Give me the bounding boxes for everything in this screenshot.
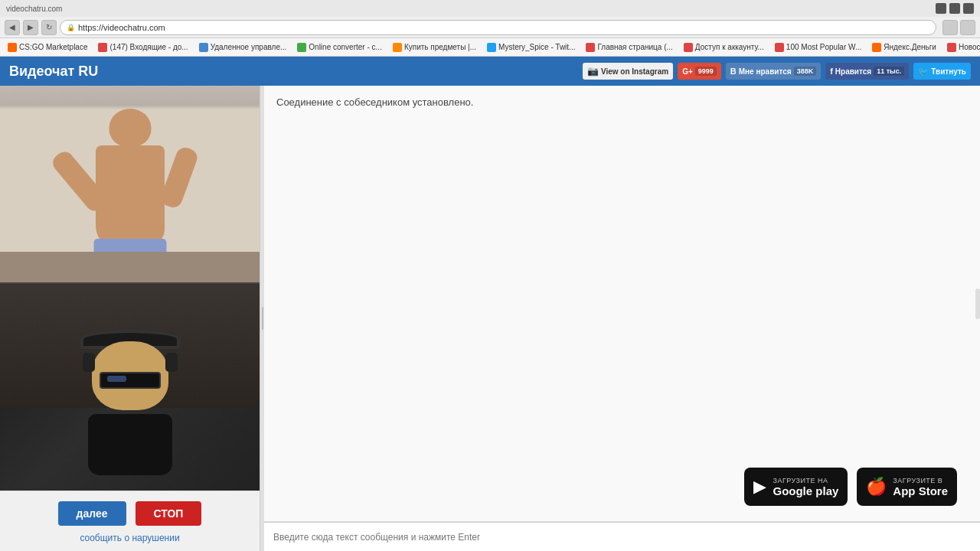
bookmark-news[interactable]: Новости - VSP xyxy=(942,41,980,54)
bookmark-icon xyxy=(297,43,306,52)
google-play-badge[interactable]: ▶ Загрузите на Google play xyxy=(744,468,848,506)
app-badges: ▶ Загрузите на Google play 🍎 Загрузите в… xyxy=(744,468,957,506)
next-button[interactable]: далее xyxy=(58,501,126,526)
vk-btn[interactable]: В Мне нравится 388K xyxy=(726,63,821,80)
bookmark-icon xyxy=(393,43,402,52)
bookmark-icon xyxy=(872,43,881,52)
bookmark-popular[interactable]: 100 Most Popular W... xyxy=(770,41,866,54)
self-head xyxy=(92,341,168,410)
ear-cup-right xyxy=(165,353,178,372)
bookmark-buy[interactable]: Купить предметы |... xyxy=(388,41,481,54)
report-link[interactable]: сообщить о нарушении xyxy=(0,533,260,543)
minimize-btn[interactable] xyxy=(936,3,946,14)
bookmark-remote[interactable]: Удаленное управле... xyxy=(194,41,292,54)
address-text: https://videochatru.com xyxy=(78,23,165,32)
address-bar[interactable]: 🔒 https://videochatru.com xyxy=(60,20,936,35)
lens-shine xyxy=(107,376,126,382)
stranger-torso xyxy=(96,145,165,245)
bookmark-icon xyxy=(586,43,595,52)
bookmark-yandex[interactable]: Яндекс.Деньги xyxy=(867,41,941,54)
app-store-main: App Store xyxy=(893,484,948,497)
instagram-btn[interactable]: 📷 View on Instagram xyxy=(583,63,673,80)
scrollbar[interactable] xyxy=(975,289,980,319)
app-store-badge[interactable]: 🍎 Загрузите в App Store xyxy=(857,468,957,506)
self-figure xyxy=(69,322,191,475)
bottom-controls: далее стоп сообщить о нарушении xyxy=(0,491,260,551)
connection-message: Соединение с собеседником установлено. xyxy=(276,96,473,108)
stranger-video-feed xyxy=(0,86,260,282)
bookmark-icon xyxy=(684,43,693,52)
header-social: 📷 View on Instagram G+ 9999 В Мне нравит… xyxy=(583,63,971,80)
video-panel: далее стоп сообщить о нарушении xyxy=(0,86,260,551)
browser-titlebar: videochatru.com xyxy=(0,0,980,17)
stranger-arm-right xyxy=(158,145,200,210)
maximize-btn[interactable] xyxy=(949,3,960,14)
ssl-icon: 🔒 xyxy=(67,24,75,31)
bookmark-icon xyxy=(199,43,208,52)
page: Видеочат RU 📷 View on Instagram G+ 9999 … xyxy=(0,57,980,551)
site-title: Видеочат RU xyxy=(9,64,98,80)
bookmark-main[interactable]: Главная страница (... xyxy=(581,41,677,54)
apple-icon: 🍎 xyxy=(866,477,887,497)
close-btn[interactable] xyxy=(963,3,974,14)
stranger-head xyxy=(109,109,151,147)
bookmark-access[interactable]: Доступ к аккаунту... xyxy=(679,41,769,54)
bookmark-icon xyxy=(775,43,784,52)
browser-chrome: videochatru.com ◀ ▶ ↻ 🔒 https://videocha… xyxy=(0,0,980,57)
facebook-btn[interactable]: f Нравится 11 тыс. xyxy=(825,63,909,80)
back-btn[interactable]: ◀ xyxy=(5,20,20,35)
bookmark-twitch[interactable]: Mystery_Spice - Twit... xyxy=(482,41,580,54)
chat-panel: Соединение с собеседником установлено. ▶… xyxy=(264,86,980,551)
stop-button[interactable]: стоп xyxy=(136,501,202,526)
bookmark-inbox[interactable]: (147) Входящие - до... xyxy=(93,41,192,54)
main-content: далее стоп сообщить о нарушении Соединен… xyxy=(0,86,980,551)
forward-btn[interactable]: ▶ xyxy=(23,20,38,35)
gplus-btn[interactable]: G+ 9999 xyxy=(678,63,721,80)
bookmark-icon xyxy=(487,43,496,52)
bookmark-icon xyxy=(98,43,107,52)
self-video xyxy=(0,284,260,491)
ear-cup-left xyxy=(83,353,95,372)
sunglasses xyxy=(100,372,161,389)
video-buttons: далее стоп xyxy=(0,494,260,533)
bookmark-csgo[interactable]: CS:GO Marketplace xyxy=(3,41,92,54)
chat-messages: Соединение с собеседником установлено. ▶… xyxy=(264,86,980,521)
twitter-btn[interactable]: 🐦 Твитнуть xyxy=(913,63,971,80)
bookmark-icon xyxy=(947,43,956,52)
google-play-sub: Загрузите на xyxy=(773,477,838,484)
bookmark-converter[interactable]: Online converter - c... xyxy=(292,41,387,54)
google-play-icon: ▶ xyxy=(753,477,766,497)
ext-icon-2[interactable] xyxy=(960,20,975,35)
refresh-btn[interactable]: ↻ xyxy=(41,20,57,35)
site-header: Видеочат RU 📷 View on Instagram G+ 9999 … xyxy=(0,57,980,86)
ext-icon-1[interactable] xyxy=(942,20,958,35)
bookmark-icon xyxy=(8,43,17,52)
stranger-video xyxy=(0,86,260,284)
google-play-main: Google play xyxy=(773,484,838,497)
chat-input-area xyxy=(264,522,980,551)
self-torso xyxy=(88,414,172,475)
browser-toolbar: ◀ ▶ ↻ 🔒 https://videochatru.com xyxy=(0,17,980,38)
chat-input[interactable] xyxy=(273,532,971,543)
room-floor xyxy=(0,252,260,282)
app-store-sub: Загрузите в xyxy=(893,477,948,484)
bookmarks-bar: CS:GO Marketplace (147) Входящие - до...… xyxy=(0,38,980,57)
